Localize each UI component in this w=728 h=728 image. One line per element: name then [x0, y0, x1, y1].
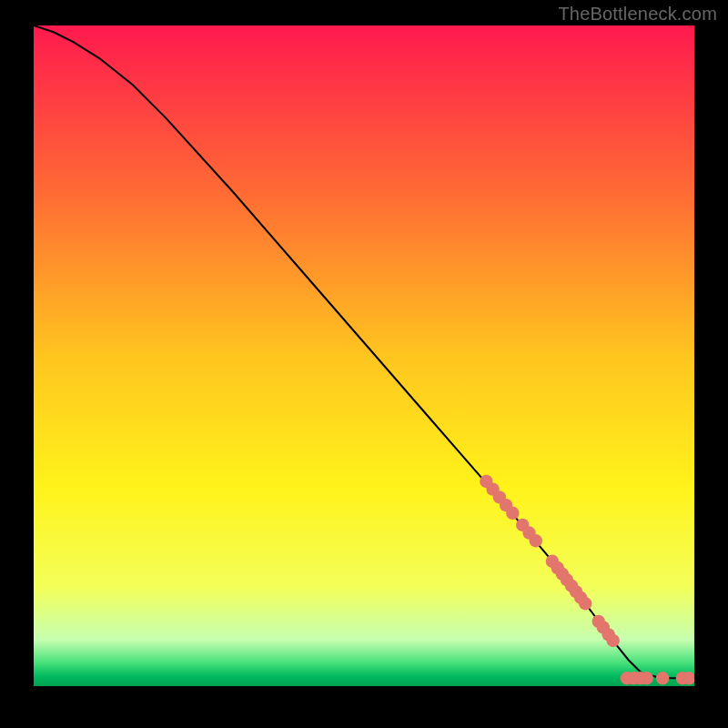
data-marker [641, 672, 653, 684]
data-marker [656, 672, 669, 684]
gradient-background [34, 25, 694, 686]
chart-svg [34, 25, 694, 686]
data-marker [530, 534, 542, 547]
chart-stage: TheBottleneck.com [0, 0, 728, 728]
data-marker [607, 634, 620, 647]
plot-area [34, 25, 694, 686]
data-marker [506, 507, 519, 520]
watermark-text: TheBottleneck.com [558, 4, 717, 25]
data-marker [579, 597, 592, 610]
